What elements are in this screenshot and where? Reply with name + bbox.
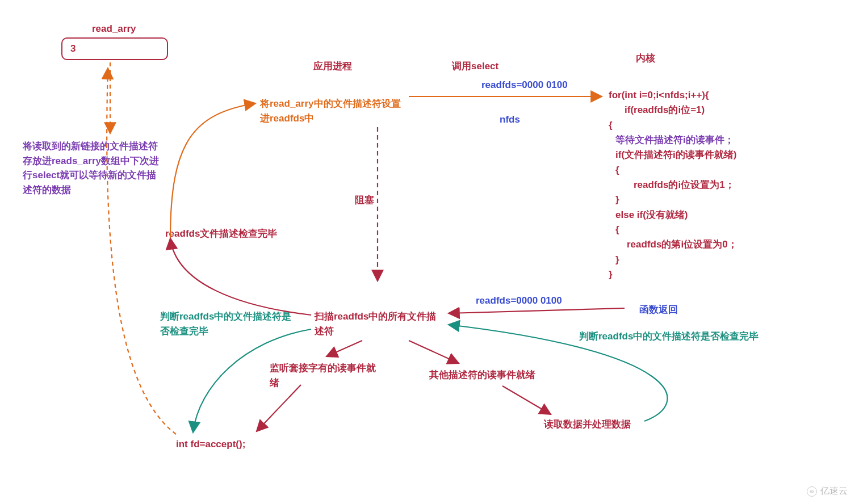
label-listen-ready: 监听套接字有的读事件就绪 (270, 361, 383, 390)
arrow-scan-other (409, 341, 459, 363)
kc-l7b: } (609, 253, 738, 267)
kc-l2: if(readfds的i位=1) (609, 103, 738, 117)
heading-app-process: 应用进程 (313, 59, 352, 74)
kc-l6: else if(没有就绪) (609, 208, 738, 222)
watermark: ∞ 亿速云 (807, 485, 848, 497)
read-arry-value: 3 (70, 43, 76, 54)
read-arry-title: read_arry (92, 22, 136, 36)
label-nfds: nfds (500, 112, 520, 127)
kernel-code-block: for(int i=0;i<nfds;i++){ if(readfds的i位=1… (609, 88, 738, 282)
label-scan-all: 扫描readfds中的所有文件描述符 (315, 309, 445, 338)
heading-kernel: 内核 (636, 51, 655, 66)
kc-l7: readfds的第i位设置为0； (609, 237, 738, 252)
label-block: 阻塞 (355, 193, 374, 208)
label-other-ready: 其他描述符的读事件就绪 (429, 368, 554, 383)
arrow-scan-listen (326, 341, 362, 356)
kc-l2b: { (609, 118, 738, 133)
watermark-icon: ∞ (807, 486, 817, 497)
arrow-other-readproc (502, 386, 551, 414)
label-check-done-left: 判断readfds中的文件描述符是否检查完毕 (160, 309, 296, 338)
kc-l4: if(文件描述符i的读事件就绪) (609, 148, 738, 162)
heading-call-select: 调用select (452, 59, 498, 74)
kc-l1: for(int i=0;i<nfds;i++){ (609, 88, 738, 103)
arrow-listen-accept (257, 385, 301, 431)
read-arry-box: 3 (61, 37, 168, 60)
step-set-readfds: 将read_arry中的文件描述符设置进readfds中 (260, 96, 408, 125)
kc-l6b: { (609, 222, 738, 237)
kc-l4b: { (609, 163, 738, 178)
kc-l5b: } (609, 192, 738, 207)
arrow-scan-to-done (170, 238, 311, 315)
label-func-return: 函数返回 (639, 303, 678, 317)
label-readfds-mid: readfds=0000 0100 (476, 293, 562, 308)
kc-l8: } (609, 267, 738, 282)
watermark-text: 亿速云 (820, 485, 848, 497)
arrow-accept-to-readarry (107, 68, 176, 434)
label-read-process: 读取数据并处理数据 (544, 417, 631, 432)
label-readfds-top: readfds=0000 0100 (481, 78, 568, 93)
code-accept: int fd=accept(); (176, 437, 245, 452)
label-readfds-done: readfds文件描述检查完毕 (165, 226, 277, 241)
arrow-kernel-return (449, 308, 625, 313)
label-check-done-right: 判断readfds中的文件描述符是否检查完毕 (579, 329, 795, 344)
kc-l5: readfds的i位设置为1； (609, 178, 738, 192)
note-store-fd: 将读取到的新链接的文件描述符存放进reads_arry数组中下次进行select… (23, 139, 165, 197)
arrow-to-setreadfds (170, 103, 255, 238)
kc-l3: 等待文件描述符i的读事件； (609, 133, 738, 148)
